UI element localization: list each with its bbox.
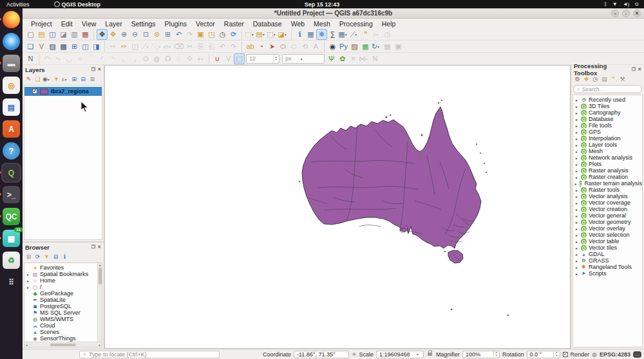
- snapping-tolerance-spinbox[interactable]: 12 ▲▼: [246, 54, 279, 64]
- style-manager[interactable]: ▦: [80, 29, 91, 40]
- map-tips[interactable]: ❞: [360, 29, 371, 40]
- clock[interactable]: Sep 15 12:43: [305, 1, 340, 8]
- browser-tree-item[interactable]: ▸ ▤ Spatial Bookmarks: [26, 271, 102, 277]
- snapping-unit-combo[interactable]: px ▾: [282, 54, 325, 64]
- browser-tree-item[interactable]: ▸ ▢ /: [26, 284, 102, 290]
- plugin-tool-1[interactable]: ▦: [382, 41, 393, 52]
- menu-item[interactable]: Mesh: [309, 19, 335, 28]
- extent-icon[interactable]: ✳: [352, 351, 357, 358]
- layer-item-ibra7-regions[interactable]: ✓ Ibra7_regions: [24, 87, 102, 96]
- zoom-full-extent[interactable]: ⊡: [140, 29, 151, 40]
- processing-tree-item[interactable]: ▸ Q Vector overlay: [574, 225, 642, 232]
- close-panel-icon[interactable]: ✕: [97, 67, 101, 72]
- copy-features[interactable]: ⎘: [195, 41, 206, 52]
- identify-features[interactable]: ℹ: [294, 29, 305, 40]
- processing-tree-item[interactable]: ▸ Q Raster tools: [574, 187, 642, 193]
- menu-item[interactable]: Processing: [335, 19, 377, 28]
- menu-item[interactable]: Edit: [57, 19, 77, 28]
- snapping-toggle[interactable]: ∪: [212, 53, 223, 64]
- results-viewer[interactable]: ▤: [600, 75, 609, 84]
- expand-chevron-icon[interactable]: ▸: [574, 220, 579, 225]
- add-selected-layers[interactable]: ⊞: [24, 253, 33, 261]
- browser-tree-item[interactable]: ★ Favorites: [26, 264, 102, 271]
- filter-browser[interactable]: ▼: [43, 253, 51, 261]
- arc-tool-1[interactable]: ◜: [97, 53, 108, 64]
- menu-item[interactable]: Vector: [191, 19, 220, 28]
- open-project[interactable]: ▤: [36, 29, 47, 40]
- minimize-button[interactable]: −: [611, 10, 619, 17]
- processing-tree-item[interactable]: ▸ Q Layer tools: [574, 142, 642, 148]
- metasearch[interactable]: ◉: [327, 41, 338, 52]
- arc-tool-2[interactable]: ◝: [108, 53, 118, 64]
- offset-curve-tool[interactable]: ☊: [162, 53, 173, 64]
- processing-tree-item[interactable]: ▸ Q Raster creation: [574, 174, 642, 180]
- menu-item[interactable]: Database: [249, 19, 287, 28]
- pin-labels[interactable]: ➤: [267, 41, 278, 52]
- add-group[interactable]: ❏: [33, 75, 42, 84]
- expand-chevron-icon[interactable]: ▸: [574, 175, 579, 180]
- vertex-tool[interactable]: ⋱▾: [151, 41, 162, 52]
- invert-selection[interactable]: ◪▾: [278, 29, 289, 40]
- menu-item[interactable]: Layer: [100, 19, 126, 28]
- snapping-extent[interactable]: ⬚: [234, 53, 245, 64]
- menu-item[interactable]: View: [77, 19, 101, 28]
- open-layer-styling[interactable]: ✎: [24, 75, 33, 84]
- locator-search-input[interactable]: ⌕ Type to locate (Ctrl+K): [79, 351, 220, 358]
- expand-chevron-icon[interactable]: ▸: [574, 265, 579, 270]
- select-by-value[interactable]: ▤▾: [256, 29, 267, 40]
- files[interactable]: ▬: [3, 55, 20, 72]
- avoid-overlap[interactable]: ✿: [337, 53, 348, 64]
- tracing-toggle[interactable]: Ψ: [326, 53, 337, 64]
- expand-chevron-icon[interactable]: ▸: [574, 252, 579, 257]
- delete-selected[interactable]: ⌫: [173, 41, 184, 52]
- expand-chevron-icon[interactable]: ▸: [574, 233, 579, 237]
- messages-icon[interactable]: …: [633, 351, 641, 358]
- add-spatialite-layer[interactable]: ◫: [80, 41, 91, 52]
- processing-tree-item[interactable]: ▸ Q Network analysis: [574, 154, 642, 161]
- add-mesh-layer[interactable]: ▩: [58, 41, 69, 52]
- qc-app[interactable]: QC: [3, 208, 20, 225]
- undo[interactable]: ↶: [217, 41, 228, 52]
- map-canvas[interactable]: [104, 65, 571, 349]
- processing-tree-item[interactable]: ▸ Q 3D Tiles: [574, 103, 642, 109]
- browser-tree-item[interactable]: ✒ SpatiaLite: [26, 297, 102, 303]
- layer-diagram[interactable]: ◔: [256, 41, 267, 52]
- processing-search-input[interactable]: ⌕ Search…: [573, 85, 642, 93]
- crs-status-button[interactable]: EPSG:4283: [600, 351, 630, 358]
- browser-tree-item[interactable]: ◆ GeoPackage: [26, 290, 102, 297]
- zoom-last[interactable]: ↶: [173, 29, 184, 40]
- browser-vertical-scrollbar[interactable]: ▲: [97, 263, 102, 342]
- circle-3points[interactable]: ◡: [64, 53, 75, 64]
- expand-chevron-icon[interactable]: ▸: [574, 188, 579, 192]
- processing-tree-item[interactable]: ▸ Q Raster analysis: [574, 167, 642, 174]
- arc-tool-4[interactable]: ◞: [129, 53, 140, 64]
- lock-scale-icon[interactable]: [428, 353, 432, 356]
- expand-chevron-icon[interactable]: ▸: [26, 279, 30, 283]
- refresh-browser[interactable]: ⟳: [33, 253, 42, 261]
- field-calculator[interactable]: ❄: [316, 29, 327, 40]
- processing-tree-item[interactable]: ▸ Q Vector geometry: [574, 219, 642, 225]
- close-panel-icon[interactable]: ✕: [638, 67, 641, 72]
- rotation-spinbox[interactable]: 0.0 °▲▼: [527, 351, 560, 358]
- options[interactable]: ⚒: [618, 75, 627, 84]
- power-icon[interactable]: ⊙: [634, 1, 639, 7]
- edit-script[interactable]: ▨: [349, 41, 360, 52]
- expand-chevron-icon[interactable]: ▸: [26, 272, 30, 277]
- expand-chevron-icon[interactable]: ▸: [26, 285, 30, 290]
- filter-by-expression[interactable]: ε▾: [61, 75, 70, 84]
- processing-tree-item[interactable]: ▸ Q Vector general: [574, 212, 642, 219]
- zoom-to-selection[interactable]: ⊛: [151, 29, 162, 40]
- edit-features-in-place[interactable]: ❞: [609, 75, 618, 84]
- browser-tree-item[interactable]: ⚑ MS SQL Server: [26, 309, 102, 316]
- current-edits[interactable]: ✏: [108, 41, 118, 52]
- rhythmbox[interactable]: ◎: [3, 77, 20, 94]
- pan-map[interactable]: ✥: [97, 29, 108, 40]
- browser-tree-item[interactable]: ☁ Cloud: [26, 322, 102, 329]
- expand-chevron-icon[interactable]: ▸: [574, 156, 579, 160]
- rotate-label[interactable]: ⟲: [299, 41, 310, 52]
- expand-chevron-icon[interactable]: ▸: [574, 181, 577, 186]
- expand-chevron-icon[interactable]: ▸: [574, 117, 579, 122]
- expand-chevron-icon[interactable]: ▸: [574, 162, 579, 167]
- new-project[interactable]: ▢: [25, 29, 36, 40]
- add-delimited-text-layer[interactable]: ⊞: [69, 41, 80, 52]
